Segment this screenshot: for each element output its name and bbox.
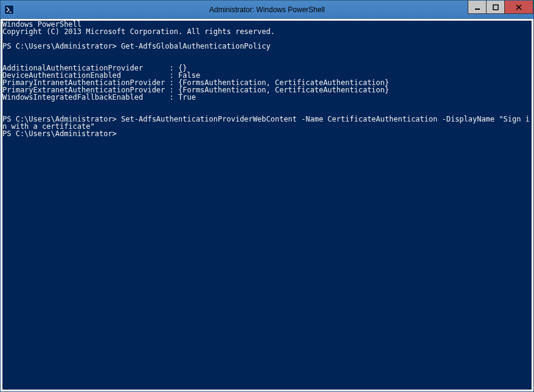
title-bar[interactable]: Administrator: Windows PowerShell xyxy=(1,1,533,19)
window-controls xyxy=(468,1,533,14)
console-output[interactable]: Windows PowerShell Copyright (C) 2013 Mi… xyxy=(2,21,532,390)
powershell-window: Administrator: Windows PowerShell Window… xyxy=(0,0,534,392)
maximize-button[interactable] xyxy=(486,1,504,14)
console-wrapper: Windows PowerShell Copyright (C) 2013 Mi… xyxy=(1,19,533,391)
svg-rect-1 xyxy=(493,5,498,10)
close-button[interactable] xyxy=(504,1,533,14)
svg-rect-0 xyxy=(475,9,480,10)
window-title: Administrator: Windows PowerShell xyxy=(209,5,325,14)
minimize-button[interactable] xyxy=(468,1,486,14)
powershell-icon xyxy=(4,5,14,15)
